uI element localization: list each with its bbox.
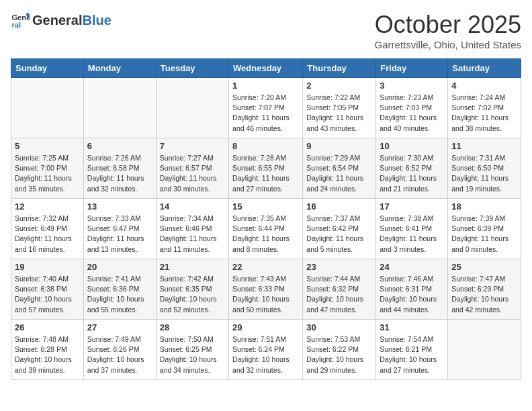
day-header-friday: Friday (376, 59, 448, 78)
day-number: 9 (306, 141, 372, 151)
day-info: Sunrise: 7:37 AMSunset: 6:42 PMDaylight:… (306, 214, 372, 255)
day-number: 1 (232, 81, 299, 91)
day-info: Sunrise: 7:30 AMSunset: 6:52 PMDaylight:… (380, 153, 444, 194)
day-info: Sunrise: 7:54 AMSunset: 6:21 PMDaylight:… (380, 334, 444, 375)
day-number: 5 (15, 141, 80, 151)
day-info: Sunrise: 7:50 AMSunset: 6:25 PMDaylight:… (160, 334, 225, 375)
day-header-sunday: Sunday (11, 59, 84, 78)
day-number: 29 (232, 322, 299, 332)
week-row-5: 26Sunrise: 7:48 AMSunset: 6:28 PMDayligh… (11, 320, 521, 380)
day-number: 20 (87, 262, 152, 272)
calendar-cell: 14Sunrise: 7:34 AMSunset: 6:46 PMDayligh… (156, 199, 228, 259)
day-info: Sunrise: 7:51 AMSunset: 6:24 PMDaylight:… (232, 334, 299, 375)
day-number: 7 (160, 141, 225, 151)
calendar-cell: 23Sunrise: 7:44 AMSunset: 6:32 PMDayligh… (303, 259, 376, 320)
calendar-cell: 27Sunrise: 7:49 AMSunset: 6:26 PMDayligh… (83, 320, 156, 380)
calendar-cell: 16Sunrise: 7:37 AMSunset: 6:42 PMDayligh… (303, 199, 376, 259)
calendar-cell: 12Sunrise: 7:32 AMSunset: 6:49 PMDayligh… (11, 199, 84, 259)
day-number: 14 (160, 201, 225, 212)
day-info: Sunrise: 7:40 AMSunset: 6:38 PMDaylight:… (15, 274, 80, 315)
calendar-cell: 24Sunrise: 7:46 AMSunset: 6:31 PMDayligh… (376, 259, 448, 320)
calendar-cell (156, 78, 228, 138)
day-number: 30 (306, 322, 372, 332)
calendar-cell: 2Sunrise: 7:22 AMSunset: 7:05 PMDaylight… (303, 78, 376, 138)
calendar-cell: 8Sunrise: 7:28 AMSunset: 6:55 PMDaylight… (229, 138, 303, 199)
calendar-cell: 6Sunrise: 7:26 AMSunset: 6:58 PMDaylight… (83, 138, 156, 199)
day-number: 3 (380, 81, 444, 91)
logo: Gene ral GeneralBlue (11, 11, 112, 30)
calendar-cell: 30Sunrise: 7:53 AMSunset: 6:22 PMDayligh… (303, 320, 376, 380)
calendar-cell: 11Sunrise: 7:31 AMSunset: 6:50 PMDayligh… (448, 138, 521, 199)
day-number: 11 (451, 141, 517, 151)
day-info: Sunrise: 7:28 AMSunset: 6:55 PMDaylight:… (232, 153, 299, 194)
day-number: 15 (232, 201, 299, 212)
calendar-cell: 20Sunrise: 7:41 AMSunset: 6:36 PMDayligh… (83, 259, 156, 320)
day-info: Sunrise: 7:39 AMSunset: 6:39 PMDaylight:… (451, 214, 517, 255)
day-number: 19 (15, 262, 80, 272)
day-info: Sunrise: 7:29 AMSunset: 6:54 PMDaylight:… (306, 153, 372, 194)
calendar-cell: 13Sunrise: 7:33 AMSunset: 6:47 PMDayligh… (83, 199, 156, 259)
day-number: 26 (15, 322, 80, 332)
calendar-cell: 5Sunrise: 7:25 AMSunset: 7:00 PMDaylight… (11, 138, 84, 199)
day-info: Sunrise: 7:38 AMSunset: 6:41 PMDaylight:… (380, 214, 444, 255)
calendar-cell: 25Sunrise: 7:47 AMSunset: 6:29 PMDayligh… (448, 259, 521, 320)
day-info: Sunrise: 7:23 AMSunset: 7:03 PMDaylight:… (380, 93, 444, 134)
calendar-cell: 4Sunrise: 7:24 AMSunset: 7:02 PMDaylight… (448, 78, 521, 138)
calendar-cell: 10Sunrise: 7:30 AMSunset: 6:52 PMDayligh… (376, 138, 448, 199)
day-header-wednesday: Wednesday (229, 59, 303, 78)
day-info: Sunrise: 7:27 AMSunset: 6:57 PMDaylight:… (160, 153, 225, 194)
day-info: Sunrise: 7:32 AMSunset: 6:49 PMDaylight:… (15, 214, 80, 255)
day-number: 24 (380, 262, 444, 272)
month-title: October 2025 (375, 11, 521, 39)
day-number: 10 (380, 141, 444, 151)
calendar-cell: 9Sunrise: 7:29 AMSunset: 6:54 PMDaylight… (303, 138, 376, 199)
day-info: Sunrise: 7:53 AMSunset: 6:22 PMDaylight:… (306, 334, 372, 375)
day-info: Sunrise: 7:41 AMSunset: 6:36 PMDaylight:… (87, 274, 152, 315)
day-number: 4 (451, 81, 517, 91)
calendar-table: SundayMondayTuesdayWednesdayThursdayFrid… (11, 58, 521, 380)
day-info: Sunrise: 7:47 AMSunset: 6:29 PMDaylight:… (451, 274, 517, 315)
day-info: Sunrise: 7:20 AMSunset: 7:07 PMDaylight:… (232, 93, 299, 134)
calendar-cell: 19Sunrise: 7:40 AMSunset: 6:38 PMDayligh… (11, 259, 84, 320)
day-info: Sunrise: 7:33 AMSunset: 6:47 PMDaylight:… (87, 214, 152, 255)
calendar-cell (448, 320, 521, 380)
day-info: Sunrise: 7:44 AMSunset: 6:32 PMDaylight:… (306, 274, 372, 315)
day-number: 2 (306, 81, 372, 91)
day-number: 12 (15, 201, 80, 212)
day-info: Sunrise: 7:48 AMSunset: 6:28 PMDaylight:… (15, 334, 80, 375)
calendar-cell: 15Sunrise: 7:35 AMSunset: 6:44 PMDayligh… (229, 199, 303, 259)
location: Garrettsville, Ohio, United States (375, 39, 521, 50)
calendar-cell (11, 78, 84, 138)
calendar-cell: 31Sunrise: 7:54 AMSunset: 6:21 PMDayligh… (376, 320, 448, 380)
calendar-cell: 29Sunrise: 7:51 AMSunset: 6:24 PMDayligh… (229, 320, 303, 380)
day-number: 28 (160, 322, 225, 332)
logo-text: GeneralBlue (32, 13, 112, 27)
week-row-4: 19Sunrise: 7:40 AMSunset: 6:38 PMDayligh… (11, 259, 521, 320)
day-info: Sunrise: 7:22 AMSunset: 7:05 PMDaylight:… (306, 93, 372, 134)
day-header-tuesday: Tuesday (156, 59, 228, 78)
day-header-saturday: Saturday (448, 59, 521, 78)
day-info: Sunrise: 7:31 AMSunset: 6:50 PMDaylight:… (451, 153, 517, 194)
day-info: Sunrise: 7:35 AMSunset: 6:44 PMDaylight:… (232, 214, 299, 255)
calendar-cell (83, 78, 156, 138)
day-header-monday: Monday (83, 59, 156, 78)
day-info: Sunrise: 7:49 AMSunset: 6:26 PMDaylight:… (87, 334, 152, 375)
day-number: 21 (160, 262, 225, 272)
calendar-cell: 1Sunrise: 7:20 AMSunset: 7:07 PMDaylight… (229, 78, 303, 138)
calendar-cell: 17Sunrise: 7:38 AMSunset: 6:41 PMDayligh… (376, 199, 448, 259)
day-info: Sunrise: 7:42 AMSunset: 6:35 PMDaylight:… (160, 274, 225, 315)
calendar-cell: 18Sunrise: 7:39 AMSunset: 6:39 PMDayligh… (448, 199, 521, 259)
calendar-cell: 7Sunrise: 7:27 AMSunset: 6:57 PMDaylight… (156, 138, 228, 199)
day-number: 23 (306, 262, 372, 272)
calendar-cell: 28Sunrise: 7:50 AMSunset: 6:25 PMDayligh… (156, 320, 228, 380)
day-info: Sunrise: 7:24 AMSunset: 7:02 PMDaylight:… (451, 93, 517, 134)
day-header-thursday: Thursday (303, 59, 376, 78)
logo-general: General (32, 13, 82, 28)
svg-text:ral: ral (11, 21, 21, 29)
day-number: 8 (232, 141, 299, 151)
logo-blue: Blue (82, 13, 111, 28)
day-info: Sunrise: 7:43 AMSunset: 6:33 PMDaylight:… (232, 274, 299, 315)
calendar-cell: 22Sunrise: 7:43 AMSunset: 6:33 PMDayligh… (229, 259, 303, 320)
day-number: 25 (451, 262, 517, 272)
calendar-cell: 26Sunrise: 7:48 AMSunset: 6:28 PMDayligh… (11, 320, 84, 380)
